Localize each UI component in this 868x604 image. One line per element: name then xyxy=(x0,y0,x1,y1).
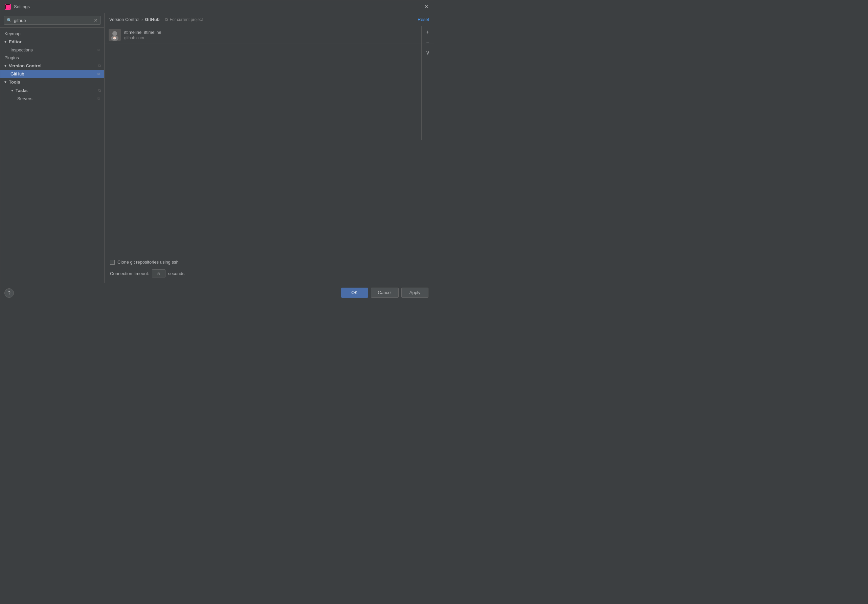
sidebar-group-tools[interactable]: ▼ Tools xyxy=(0,78,104,86)
sidebar-group-tasks[interactable]: ▼ Tasks ⧉ xyxy=(0,86,104,95)
reset-button[interactable]: Reset xyxy=(418,17,429,22)
project-icon: ⧉ xyxy=(165,17,168,22)
panel-content: ⚾ ittimeline ittimeline github.com xyxy=(105,26,434,283)
svg-rect-2 xyxy=(6,5,10,9)
help-button[interactable]: ? xyxy=(5,288,14,298)
account-server: github.com xyxy=(124,36,161,40)
tools-collapse-arrow: ▼ xyxy=(4,80,7,84)
timeout-row: Connection timeout: seconds xyxy=(110,269,428,277)
editor-collapse-arrow: ▼ xyxy=(4,40,7,43)
main-content: 🔍 ✕ Keymap ▼ Editor Inspections xyxy=(0,13,434,283)
sidebar-item-github[interactable]: GitHub ⧉ xyxy=(0,70,104,78)
vc-copy-icon: ⧉ xyxy=(98,63,101,68)
for-current-project: ⧉ For current project xyxy=(165,17,203,22)
search-container: 🔍 ✕ xyxy=(0,13,104,28)
settings-dialog: Settings ✕ 🔍 ✕ Keymap xyxy=(0,0,434,302)
more-options-button[interactable]: ∨ xyxy=(423,48,432,57)
github-copy-icon: ⧉ xyxy=(98,72,100,76)
breadcrumb-parent: Version Control xyxy=(109,17,140,22)
servers-copy-icon: ⧉ xyxy=(98,96,100,101)
add-account-button[interactable]: + xyxy=(423,28,432,37)
sidebar-group-version-control[interactable]: ▼ Version Control ⧉ xyxy=(0,62,104,70)
search-icon: 🔍 xyxy=(7,18,12,23)
nav-tree: Keymap ▼ Editor Inspections ⧉ Plugins xyxy=(0,28,104,283)
clone-ssh-row: Clone git repositories using ssh xyxy=(110,260,428,265)
search-clear-button[interactable]: ✕ xyxy=(94,18,98,23)
cancel-button[interactable]: Cancel xyxy=(371,288,398,298)
sidebar-item-plugins[interactable]: Plugins xyxy=(0,54,104,62)
options-area: Clone git repositories using ssh Connect… xyxy=(105,254,434,283)
empty-space xyxy=(105,140,434,254)
accounts-area: ⚾ ittimeline ittimeline github.com xyxy=(105,26,434,140)
breadcrumb-current: GitHub xyxy=(145,17,160,22)
ok-button[interactable]: OK xyxy=(341,288,368,298)
app-logo xyxy=(5,3,11,10)
close-button[interactable]: ✕ xyxy=(422,3,430,11)
breadcrumb-separator: › xyxy=(141,17,143,22)
svg-text:⚾: ⚾ xyxy=(113,36,116,40)
clone-ssh-label: Clone git repositories using ssh xyxy=(118,260,179,265)
sidebar: 🔍 ✕ Keymap ▼ Editor Inspections xyxy=(0,13,105,283)
breadcrumb: Version Control › GitHub xyxy=(109,17,160,22)
apply-button[interactable]: Apply xyxy=(401,288,428,298)
timeout-unit: seconds xyxy=(168,271,184,276)
sidebar-group-editor[interactable]: ▼ Editor xyxy=(0,37,104,46)
sidebar-item-inspections[interactable]: Inspections ⧉ xyxy=(0,46,104,54)
account-username: ittimeline ittimeline xyxy=(124,30,161,35)
account-info: ittimeline ittimeline github.com xyxy=(124,30,161,40)
list-actions: + − ∨ xyxy=(421,26,434,140)
sidebar-item-keymap[interactable]: Keymap xyxy=(0,30,104,37)
panel-header: Version Control › GitHub ⧉ For current p… xyxy=(105,13,434,26)
avatar: ⚾ xyxy=(108,29,121,41)
title-bar: Settings ✕ xyxy=(0,0,434,13)
svg-point-4 xyxy=(112,31,117,36)
search-input[interactable] xyxy=(14,18,92,23)
button-bar: OK Cancel Apply xyxy=(0,283,434,302)
timeout-input[interactable] xyxy=(152,269,166,277)
vc-collapse-arrow: ▼ xyxy=(4,64,7,68)
right-panel: Version Control › GitHub ⧉ For current p… xyxy=(105,13,434,283)
clone-ssh-checkbox[interactable] xyxy=(110,260,115,265)
inspections-copy-icon: ⧉ xyxy=(98,48,100,52)
dialog-title: Settings xyxy=(14,4,422,9)
timeout-label: Connection timeout: xyxy=(110,271,149,276)
tasks-collapse-arrow: ▼ xyxy=(11,89,14,92)
accounts-list: ⚾ ittimeline ittimeline github.com xyxy=(105,26,434,140)
search-box: 🔍 ✕ xyxy=(4,16,101,25)
account-list-item: ⚾ ittimeline ittimeline github.com xyxy=(105,26,434,44)
tasks-copy-icon: ⧉ xyxy=(98,88,101,93)
sidebar-item-servers[interactable]: Servers ⧉ xyxy=(0,95,104,102)
remove-account-button[interactable]: − xyxy=(423,37,432,47)
